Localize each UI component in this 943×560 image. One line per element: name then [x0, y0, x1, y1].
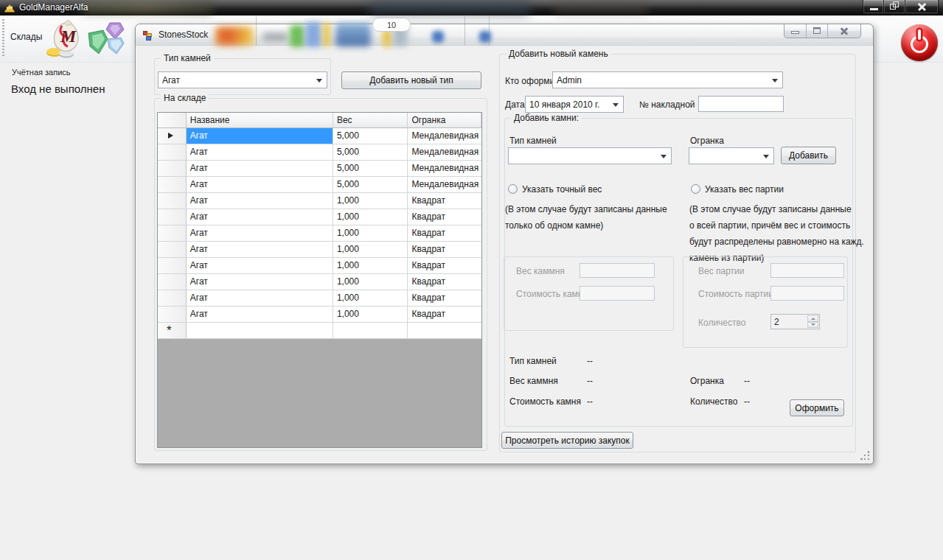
row-header[interactable] — [158, 161, 187, 177]
table-cell[interactable]: Агат — [187, 274, 333, 290]
table-cell[interactable]: 1,000 — [333, 258, 408, 274]
batch-weight-input[interactable] — [770, 263, 844, 278]
table-cell[interactable]: Квадрат — [408, 193, 481, 209]
table-cell[interactable]: 1,000 — [333, 307, 408, 323]
table-cell[interactable]: 5,000 — [333, 177, 408, 193]
row-header[interactable] — [158, 274, 187, 290]
table-cell[interactable]: 5,000 — [333, 128, 408, 144]
table-cell[interactable]: 1,000 — [333, 209, 408, 225]
table-row[interactable]: Агат1,000Квадрат — [158, 242, 481, 258]
table-cell[interactable]: Мендалевидная — [408, 177, 481, 193]
table-cell[interactable]: Мендалевидная — [408, 161, 481, 177]
moneybag-icon[interactable]: M — [44, 17, 86, 60]
table-cell[interactable]: Квадрат — [408, 274, 481, 290]
table-cell[interactable]: Агат — [187, 177, 333, 193]
row-header[interactable] — [158, 144, 187, 161]
table-cell[interactable]: Квадрат — [408, 225, 481, 242]
date-picker[interactable]: 10 января 2010 г. — [525, 96, 624, 113]
stock-table[interactable]: НазваниеВесОгранкаАгат5,000Мендалевидная… — [157, 112, 482, 448]
table-row[interactable]: Агат1,000Квадрат — [158, 258, 481, 274]
table-row[interactable]: Агат5,000Мендалевидная — [158, 177, 481, 193]
row-header[interactable] — [158, 258, 187, 274]
table-cell[interactable]: Агат — [187, 258, 333, 274]
exact-weight-radio-label[interactable]: Указать точный вес — [522, 184, 602, 195]
batch-cost-input[interactable] — [770, 286, 844, 301]
row-header[interactable] — [158, 290, 187, 307]
child-maximize-button[interactable] — [806, 24, 827, 38]
restore-button[interactable] — [884, 0, 905, 14]
table-cell[interactable]: Агат — [187, 161, 333, 177]
spin-down-icon[interactable] — [807, 322, 818, 329]
column-header[interactable]: Огранка — [408, 113, 481, 128]
table-cell[interactable]: 1,000 — [333, 290, 408, 307]
table-cell[interactable]: 1,000 — [333, 274, 408, 290]
table-cell[interactable]: Агат — [187, 193, 333, 209]
table-row[interactable]: Агат5,000Мендалевидная — [158, 161, 481, 177]
close-button[interactable] — [905, 0, 939, 14]
submit-button[interactable]: Оформить — [790, 399, 844, 416]
row-header[interactable] — [158, 193, 187, 209]
row-header[interactable] — [158, 209, 187, 225]
new-row[interactable]: * — [158, 323, 481, 339]
minimize-button[interactable] — [863, 0, 884, 14]
table-cell[interactable]: Квадрат — [408, 209, 481, 225]
stone-type-select[interactable]: Агат — [158, 71, 327, 88]
table-cell[interactable]: 1,000 — [333, 225, 408, 242]
child-close-button[interactable] — [827, 24, 860, 38]
row-header[interactable] — [158, 242, 187, 258]
table-cell[interactable] — [408, 323, 481, 339]
row-header[interactable] — [158, 177, 187, 193]
stone-cost-input[interactable] — [580, 286, 655, 301]
gems-icon[interactable] — [86, 17, 125, 60]
history-button[interactable]: Просмотреть историю закупок — [501, 432, 633, 449]
table-cell[interactable]: Агат — [187, 290, 333, 307]
table-cell[interactable]: Квадрат — [408, 242, 481, 258]
power-button[interactable] — [901, 24, 938, 61]
sklady-menu[interactable]: Склады — [10, 32, 42, 42]
cut-select[interactable] — [689, 147, 774, 164]
table-cell[interactable] — [333, 323, 408, 339]
batch-weight-radio[interactable] — [691, 184, 700, 194]
table-cell[interactable]: Агат — [187, 128, 333, 144]
who-select[interactable]: Admin — [552, 71, 783, 88]
table-cell[interactable] — [187, 323, 333, 339]
exact-weight-radio[interactable] — [508, 184, 518, 194]
column-header[interactable]: Название — [187, 113, 333, 128]
spin-up-icon[interactable] — [807, 315, 818, 322]
stone-weight-input[interactable] — [580, 263, 655, 278]
table-cell[interactable]: Агат — [187, 242, 333, 258]
table-cell[interactable]: Квадрат — [408, 307, 481, 323]
table-row[interactable]: Агат5,000Мендалевидная — [158, 128, 481, 144]
table-cell[interactable]: Агат — [187, 225, 333, 242]
add-new-type-button[interactable]: Добавить новый тип — [341, 71, 481, 89]
table-row[interactable]: Агат1,000Квадрат — [158, 209, 481, 225]
table-row[interactable]: Агат1,000Квадрат — [158, 290, 481, 307]
stones-type-select[interactable] — [508, 147, 672, 164]
row-header[interactable] — [158, 307, 187, 323]
table-cell[interactable]: 1,000 — [333, 242, 408, 258]
row-header[interactable] — [158, 225, 187, 242]
table-row[interactable]: Агат1,000Квадрат — [158, 193, 481, 209]
resize-grip[interactable] — [860, 451, 870, 461]
batch-weight-radio-label[interactable]: Указать вес партии — [705, 184, 784, 195]
table-row[interactable]: Агат1,000Квадрат — [158, 307, 481, 323]
table-cell[interactable]: Агат — [187, 307, 333, 323]
invoice-input[interactable] — [698, 96, 784, 112]
row-header[interactable] — [158, 128, 187, 144]
toolbar-grip[interactable] — [2, 19, 4, 57]
table-cell[interactable]: Мендалевидная — [408, 144, 481, 161]
stonesstock-titlebar[interactable]: StonesStock — [136, 24, 873, 46]
table-row[interactable]: Агат5,000Мендалевидная — [158, 144, 481, 161]
table-row[interactable]: Агат1,000Квадрат — [158, 225, 481, 242]
table-cell[interactable]: 5,000 — [333, 144, 408, 161]
quantity-stepper[interactable]: 2 — [770, 314, 820, 329]
table-cell[interactable]: Агат — [187, 144, 333, 161]
column-header[interactable]: Вес — [333, 113, 408, 128]
table-cell[interactable]: 5,000 — [333, 161, 408, 177]
table-cell[interactable]: Квадрат — [408, 258, 481, 274]
add-button[interactable]: Добавить — [781, 147, 836, 164]
table-cell[interactable]: Мендалевидная — [408, 128, 481, 144]
table-cell[interactable]: Агат — [187, 209, 333, 225]
table-cell[interactable]: Квадрат — [408, 290, 481, 307]
child-minimize-button[interactable] — [784, 24, 806, 38]
